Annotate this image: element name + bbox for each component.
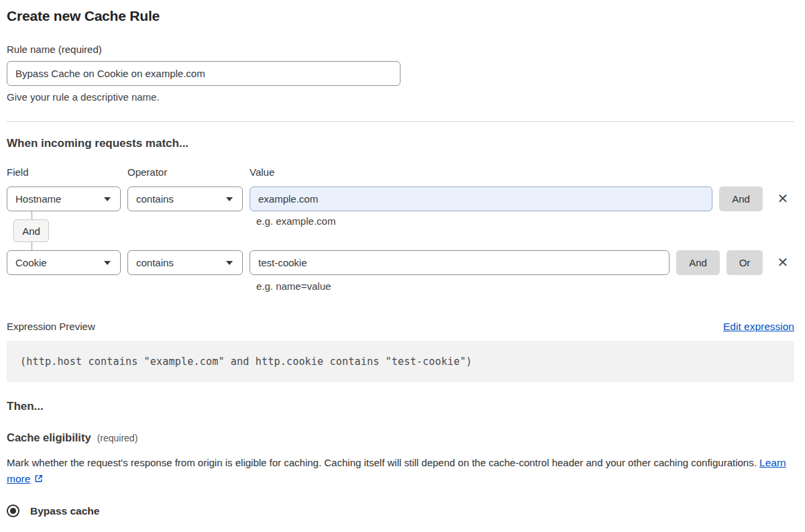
- and-button[interactable]: And: [676, 250, 720, 275]
- connector-and-button[interactable]: And: [13, 219, 49, 242]
- condition-connector-zone: And e.g. example.com: [7, 211, 794, 250]
- page-title: Create new Cache Rule: [7, 8, 794, 24]
- chevron-down-icon: [104, 197, 111, 201]
- value-helper: e.g. name=value: [256, 280, 794, 292]
- divider: [7, 121, 794, 122]
- then-heading: Then...: [7, 400, 794, 413]
- condition-row: Cookie contains And Or ✕: [7, 250, 794, 275]
- match-section-heading: When incoming requests match...: [7, 137, 794, 150]
- value-helper: e.g. example.com: [256, 215, 335, 227]
- create-cache-rule-form: Create new Cache Rule Rule name (require…: [0, 0, 805, 532]
- expression-preview-label: Expression Preview: [7, 321, 95, 332]
- edit-expression-link[interactable]: Edit expression: [723, 321, 794, 333]
- description-text: Mark whether the request’s response from…: [7, 457, 757, 468]
- rule-name-helper: Give your rule a descriptive name.: [7, 91, 794, 103]
- field-select-value: Hostname: [15, 193, 61, 205]
- chevron-down-icon: [226, 197, 233, 201]
- external-link-icon: [34, 472, 44, 488]
- rule-name-label: Rule name (required): [7, 44, 794, 55]
- value-input[interactable]: [250, 187, 712, 211]
- cache-eligibility-heading-row: Cache eligibility (required): [7, 431, 794, 444]
- value-column-label: Value: [250, 166, 274, 178]
- rule-name-input[interactable]: [7, 61, 400, 86]
- operator-select[interactable]: contains: [127, 187, 243, 211]
- remove-condition-button[interactable]: ✕: [773, 187, 792, 211]
- value-input[interactable]: [250, 250, 669, 275]
- field-column-label: Field: [7, 166, 121, 178]
- chevron-down-icon: [226, 261, 233, 265]
- close-icon: ✕: [777, 191, 789, 207]
- field-select-value: Cookie: [15, 257, 47, 268]
- remove-condition-button[interactable]: ✕: [773, 250, 792, 275]
- operator-select-value: contains: [136, 193, 174, 205]
- operator-select-value: contains: [136, 257, 174, 268]
- expression-code: (http.host contains "example.com" and ht…: [20, 356, 472, 368]
- or-button[interactable]: Or: [727, 250, 763, 275]
- connector-line: [32, 242, 32, 250]
- radio-selected-icon[interactable]: [7, 504, 19, 517]
- cache-eligibility-description: Mark whether the request’s response from…: [7, 455, 794, 488]
- field-select[interactable]: Cookie: [7, 250, 121, 275]
- chevron-down-icon: [104, 261, 111, 265]
- expression-code-block: (http.host contains "example.com" and ht…: [7, 341, 794, 382]
- field-select[interactable]: Hostname: [7, 187, 121, 211]
- operator-select[interactable]: contains: [127, 250, 243, 275]
- radio-label: Bypass cache: [30, 505, 99, 517]
- match-column-labels: Field Operator Value: [7, 166, 794, 178]
- expression-preview-header: Expression Preview Edit expression: [7, 321, 794, 333]
- operator-column-label: Operator: [127, 166, 243, 178]
- required-note: (required): [97, 433, 138, 443]
- close-icon: ✕: [777, 254, 789, 270]
- radio-option-bypass-cache[interactable]: Bypass cache: [7, 504, 794, 517]
- radio-dot: [10, 508, 16, 514]
- condition-row: Hostname contains And ✕: [7, 187, 794, 211]
- and-button[interactable]: And: [719, 187, 763, 211]
- cache-eligibility-heading: Cache eligibility: [7, 431, 91, 444]
- connector-line: [32, 211, 32, 219]
